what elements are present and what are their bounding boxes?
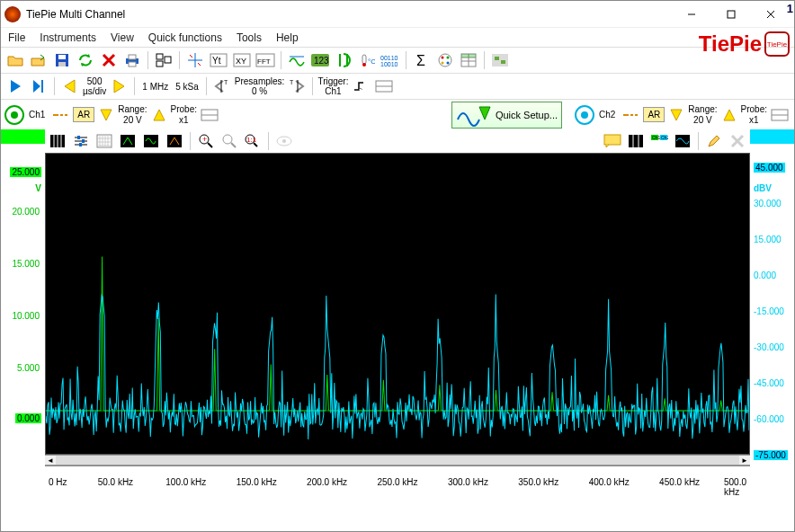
svg-line-15 — [190, 55, 192, 58]
processing-icon[interactable] — [489, 49, 511, 71]
ch2-indicator-icon[interactable] — [575, 105, 594, 125]
ch2-coupling-icon[interactable] — [620, 104, 641, 126]
ch1-ar-button[interactable]: AR — [73, 107, 94, 122]
presamples-next-icon[interactable]: T — [286, 75, 308, 97]
ch2-range-up-icon[interactable] — [719, 105, 739, 125]
timebase-display[interactable]: 500 µs/div — [83, 76, 106, 96]
svg-rect-100 — [675, 135, 690, 147]
open-online-icon[interactable] — [28, 49, 49, 71]
prev-timebase-icon[interactable] — [59, 75, 81, 97]
sample-rate-label[interactable]: 1 MHz — [139, 82, 171, 92]
ch1-coupling-icon[interactable] — [49, 104, 71, 126]
svg-text:Ch1: Ch1 — [652, 135, 660, 140]
menu-help[interactable]: Help — [276, 31, 299, 44]
app-icon — [4, 6, 21, 22]
plot-canvas[interactable] — [45, 153, 750, 455]
binary-icon[interactable]: 0011010010 — [380, 49, 401, 71]
left-axis-unit: V — [35, 183, 41, 193]
filter-icon[interactable] — [286, 49, 308, 71]
zoom-reset-icon[interactable]: 1:1 — [242, 130, 264, 152]
play-button[interactable] — [4, 75, 26, 97]
autofit-h-icon[interactable] — [140, 130, 162, 152]
ch1-range-down-icon[interactable] — [96, 105, 116, 125]
xy-mode-icon[interactable]: XY — [231, 49, 253, 71]
left-tick: 10.000 — [10, 311, 41, 321]
cursor-pair-icon[interactable] — [625, 130, 647, 152]
menu-file[interactable]: File — [8, 31, 25, 44]
yt-mode-icon[interactable]: Yt — [208, 49, 229, 71]
sliders-icon[interactable] — [70, 130, 92, 152]
left-tick: 5.000 — [15, 363, 41, 373]
trigger-display[interactable]: Trigger: Ch1 — [317, 76, 348, 97]
step-button[interactable] — [28, 75, 49, 97]
ch1-range-display[interactable]: Range:20 V — [118, 104, 147, 125]
close-button[interactable] — [751, 2, 791, 27]
trigger-settings-icon[interactable] — [373, 75, 395, 97]
scroll-track[interactable] — [56, 456, 739, 465]
ch2-label[interactable]: Ch2 — [596, 110, 618, 120]
channel-colors-icon[interactable]: Ch1Ch2 — [648, 130, 670, 152]
visibility-icon[interactable] — [273, 130, 295, 152]
sample-count-label[interactable]: 5 kSa — [173, 82, 201, 92]
clear-icon[interactable] — [727, 130, 748, 152]
zoom-in-icon[interactable]: + — [195, 130, 217, 152]
svg-text:T: T — [290, 79, 294, 85]
svg-rect-42 — [495, 57, 499, 60]
zoom-out-icon[interactable] — [219, 130, 240, 152]
ch1-probe-display[interactable]: Probe:x1 — [171, 104, 197, 125]
refresh-icon[interactable] — [75, 49, 96, 71]
left-tick: 20.000 — [10, 207, 41, 217]
open-icon[interactable] — [4, 49, 26, 71]
grid-config-icon[interactable] — [153, 49, 174, 71]
svg-rect-12 — [165, 57, 171, 63]
palette-icon[interactable] — [434, 49, 456, 71]
sigma-icon[interactable]: Σ — [411, 49, 433, 71]
ch1-settings-icon[interactable] — [199, 104, 220, 126]
plot-h-scrollbar[interactable]: ◄ ► — [45, 455, 750, 466]
ch2-range-down-icon[interactable] — [666, 105, 686, 125]
ch1-range-up-icon[interactable] — [149, 105, 169, 125]
trigger-edge-icon[interactable] — [350, 75, 371, 97]
menu-instruments[interactable]: Instruments — [40, 31, 96, 44]
menu-quick-functions[interactable]: Quick functions — [148, 31, 222, 44]
minimize-button[interactable] — [672, 2, 711, 27]
crosshair-icon[interactable] — [184, 49, 206, 71]
menubar: File Instruments View Quick functions To… — [1, 28, 794, 48]
left-tick: 15.000 — [10, 259, 41, 269]
temperature-icon[interactable]: °C — [356, 49, 378, 71]
ch2-probe-display[interactable]: Probe:x1 — [741, 104, 767, 125]
menu-view[interactable]: View — [111, 31, 134, 44]
reset-zoom-icon[interactable] — [164, 130, 185, 152]
cursors-icon[interactable] — [333, 49, 354, 71]
ch2-range-display[interactable]: Range:20 V — [688, 104, 717, 125]
ch2-settings-icon[interactable] — [769, 104, 791, 126]
svg-point-33 — [447, 57, 450, 59]
save-icon[interactable] — [51, 49, 73, 71]
grid-lines-icon[interactable] — [47, 130, 68, 152]
maximize-button[interactable] — [711, 2, 751, 27]
next-timebase-icon[interactable] — [108, 75, 130, 97]
menu-tools[interactable]: Tools — [237, 31, 262, 44]
right-tick: 15.000 — [754, 235, 782, 244]
fft-mode-icon[interactable]: FFT — [255, 49, 276, 71]
edit-icon[interactable] — [703, 130, 725, 152]
presamples-prev-icon[interactable]: T — [211, 75, 233, 97]
wave-overlay-icon[interactable] — [672, 130, 693, 152]
ch2-ar-button[interactable]: AR — [643, 107, 665, 122]
scroll-right-icon[interactable]: ► — [739, 456, 750, 465]
ch1-indicator-icon[interactable] — [4, 105, 24, 125]
x-tick: 300.0 kHz — [448, 477, 488, 487]
grid-fine-icon[interactable] — [94, 130, 115, 152]
scroll-left-icon[interactable]: ◄ — [45, 456, 56, 465]
delete-icon[interactable] — [98, 49, 120, 71]
table-icon[interactable] — [458, 49, 479, 71]
quick-setup-button[interactable]: Quick Setup... — [451, 102, 562, 129]
ch1-label[interactable]: Ch1 — [26, 110, 48, 120]
meter-icon[interactable]: 123 — [309, 49, 331, 71]
comment-icon[interactable] — [602, 130, 623, 152]
autofit-v-icon[interactable] — [117, 130, 138, 152]
presamples-display[interactable]: Presamples: 0 % — [235, 76, 285, 97]
brand-mark-icon: TiePie — [764, 31, 790, 57]
svg-text:Yt: Yt — [212, 56, 221, 66]
print-icon[interactable] — [121, 49, 143, 71]
